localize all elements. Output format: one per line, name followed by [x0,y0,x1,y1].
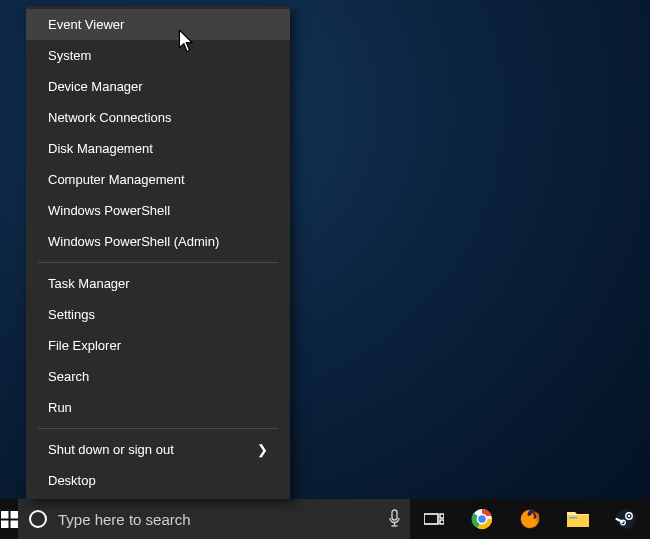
menu-item-label: Event Viewer [48,17,124,32]
menu-item-label: Disk Management [48,141,153,156]
file-explorer-icon [566,509,590,529]
svg-rect-1 [10,511,18,519]
taskbar-search-box[interactable]: Type here to search [18,499,410,539]
chrome-icon [471,508,493,530]
menu-item-run[interactable]: Run [26,392,290,423]
svg-point-18 [628,515,631,518]
menu-item-label: System [48,48,91,63]
menu-item-task-manager[interactable]: Task Manager [26,268,290,299]
menu-separator [38,262,278,263]
menu-item-label: Device Manager [48,79,143,94]
task-view-icon [424,511,444,527]
taskbar: Type here to search [0,499,650,539]
menu-item-file-explorer[interactable]: File Explorer [26,330,290,361]
svg-rect-10 [440,520,444,524]
menu-item-label: Shut down or sign out [48,442,174,457]
menu-separator [38,428,278,429]
svg-rect-8 [424,514,438,524]
menu-item-label: Task Manager [48,276,130,291]
menu-item-network-connections[interactable]: Network Connections [26,102,290,133]
menu-item-label: Windows PowerShell [48,203,170,218]
steam-app[interactable] [602,499,650,539]
cortana-icon [28,509,48,529]
search-placeholder: Type here to search [58,511,377,528]
svg-rect-3 [10,520,18,528]
task-view-button[interactable] [410,499,458,539]
start-button[interactable] [0,499,18,539]
desktop: Event ViewerSystemDevice ManagerNetwork … [0,0,650,539]
svg-rect-0 [1,511,9,519]
menu-item-shut-down-or-sign-out[interactable]: Shut down or sign out❯ [26,434,290,465]
menu-item-label: Settings [48,307,95,322]
menu-item-label: Desktop [48,473,96,488]
firefox-icon [519,508,541,530]
menu-item-label: Computer Management [48,172,185,187]
chrome-app[interactable] [458,499,506,539]
svg-rect-9 [440,514,444,518]
menu-item-computer-management[interactable]: Computer Management [26,164,290,195]
menu-item-event-viewer[interactable]: Event Viewer [26,9,290,40]
taskbar-pinned-apps [410,499,650,539]
winx-power-menu[interactable]: Event ViewerSystemDevice ManagerNetwork … [26,6,290,499]
menu-item-label: Search [48,369,89,384]
svg-rect-2 [1,520,9,528]
file-explorer-app[interactable] [554,499,602,539]
steam-icon [615,508,637,530]
menu-item-device-manager[interactable]: Device Manager [26,71,290,102]
svg-rect-5 [392,510,397,520]
menu-item-search[interactable]: Search [26,361,290,392]
firefox-app[interactable] [506,499,554,539]
menu-item-windows-powershell-admin[interactable]: Windows PowerShell (Admin) [26,226,290,257]
menu-item-disk-management[interactable]: Disk Management [26,133,290,164]
chevron-right-icon: ❯ [257,442,268,457]
menu-item-windows-powershell[interactable]: Windows PowerShell [26,195,290,226]
menu-item-desktop[interactable]: Desktop [26,465,290,496]
menu-item-system[interactable]: System [26,40,290,71]
microphone-icon[interactable] [387,509,402,529]
windows-logo-icon [1,511,18,528]
menu-item-label: Windows PowerShell (Admin) [48,234,219,249]
svg-rect-15 [569,517,577,519]
menu-item-label: File Explorer [48,338,121,353]
menu-item-settings[interactable]: Settings [26,299,290,330]
svg-point-4 [30,511,46,527]
menu-item-label: Run [48,400,72,415]
menu-item-label: Network Connections [48,110,172,125]
